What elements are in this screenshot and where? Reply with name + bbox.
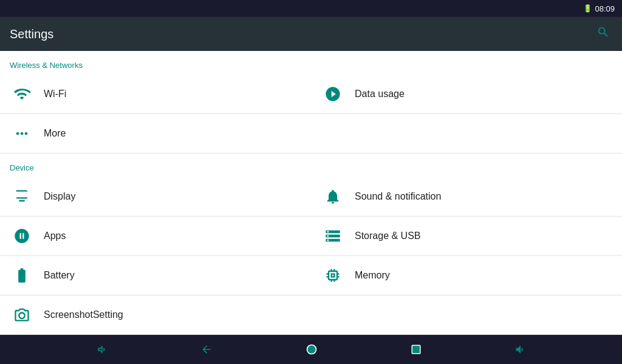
settings-item-display[interactable]: Display xyxy=(0,177,311,217)
display-label: Display xyxy=(44,191,75,202)
app-title: Settings xyxy=(10,27,53,41)
storage-icon xyxy=(323,226,343,246)
section-header-device: Device xyxy=(0,153,622,177)
settings-item-memory[interactable]: Memory xyxy=(311,256,622,295)
settings-item-apps[interactable]: Apps xyxy=(0,217,311,256)
settings-item-battery[interactable]: Battery xyxy=(0,256,311,295)
volume-up-button[interactable] xyxy=(505,339,536,360)
status-bar: 🔋 08:09 xyxy=(0,0,622,17)
battery-label: Battery xyxy=(44,270,75,281)
wifi-icon xyxy=(12,84,32,104)
settings-item-more[interactable]: More xyxy=(0,114,622,153)
more-dots-icon xyxy=(12,124,32,143)
battery-settings-icon xyxy=(12,266,32,285)
settings-item-sound[interactable]: Sound & notification xyxy=(311,177,622,217)
back-button[interactable] xyxy=(191,339,222,360)
device-grid: Display Sound & notification Apps xyxy=(0,177,622,335)
screenshot-label: ScreenshotSetting xyxy=(44,309,123,320)
wireless-grid: Wi-Fi Data usage More xyxy=(0,75,622,153)
status-time: 08:09 xyxy=(595,4,615,13)
apps-icon xyxy=(12,226,32,246)
apps-label: Apps xyxy=(44,231,66,241)
settings-content: Wireless & networks Wi-Fi Data usage xyxy=(0,51,622,335)
storage-label: Storage & USB xyxy=(355,231,421,241)
settings-item-data-usage[interactable]: Data usage xyxy=(311,75,622,114)
memory-label: Memory xyxy=(355,270,390,281)
more-label: More xyxy=(44,128,66,139)
wifi-label: Wi-Fi xyxy=(44,89,66,99)
search-button[interactable] xyxy=(594,23,612,45)
bell-icon xyxy=(323,187,343,206)
section-header-wireless: Wireless & networks xyxy=(0,51,622,75)
home-button[interactable] xyxy=(296,339,327,360)
svg-point-0 xyxy=(307,345,316,354)
settings-item-screenshot[interactable]: ScreenshotSetting xyxy=(0,295,622,335)
data-usage-label: Data usage xyxy=(355,89,405,99)
settings-item-wifi[interactable]: Wi-Fi xyxy=(0,75,311,114)
screenshot-icon xyxy=(12,305,32,325)
settings-item-storage[interactable]: Storage & USB xyxy=(311,217,622,256)
section-device: Device Display Sound & notification xyxy=(0,153,622,335)
data-usage-icon xyxy=(323,84,343,104)
section-wireless: Wireless & networks Wi-Fi Data usage xyxy=(0,51,622,153)
bottom-nav xyxy=(0,335,622,364)
sound-label: Sound & notification xyxy=(355,191,441,202)
volume-down-button[interactable] xyxy=(86,339,117,360)
memory-icon xyxy=(323,266,343,285)
battery-icon: 🔋 xyxy=(583,4,592,13)
status-icons: 🔋 08:09 xyxy=(583,4,615,13)
svg-rect-1 xyxy=(412,345,420,354)
display-icon xyxy=(12,187,32,206)
recents-button[interactable] xyxy=(401,339,431,360)
app-bar: Settings xyxy=(0,17,622,51)
